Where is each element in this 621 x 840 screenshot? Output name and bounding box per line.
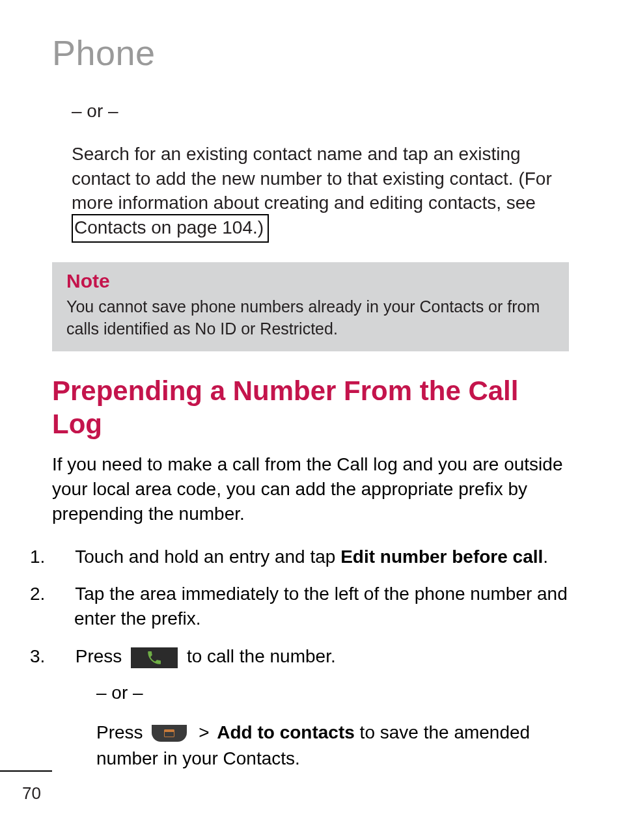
section-heading: Prepending a Number From the Call Log (52, 375, 569, 440)
page-number: 70 (22, 783, 41, 804)
step-3-press: Press > Add to contacts to save the amen… (74, 720, 569, 772)
breadcrumb-separator: > (199, 722, 209, 742)
step-3-press-a: Press (96, 722, 148, 742)
step-2: 2. Tap the area immediately to the left … (52, 582, 569, 631)
step-2-number: 2. (52, 582, 70, 606)
section-intro: If you need to make a call from the Call… (52, 452, 569, 526)
add-to-contacts-label: Add to contacts (217, 722, 355, 742)
chapter-title: Phone (52, 33, 569, 73)
footer-rule (0, 770, 52, 772)
step-3-text-b: to call the number. (182, 646, 336, 666)
call-button-icon (131, 647, 178, 668)
step-1-text-a: Touch and hold an entry and tap (70, 547, 340, 567)
note-box: Note You cannot save phone numbers alrea… (52, 262, 569, 352)
note-label: Note (66, 270, 555, 292)
step-3-number: 3. (52, 644, 70, 669)
note-text: You cannot save phone numbers already in… (66, 296, 555, 340)
step-3: 3. Press to call the number. – or – Pres… (52, 644, 569, 772)
steps-list: 1. Touch and hold an entry and tap Edit … (52, 545, 569, 772)
contacts-page-link[interactable]: Contacts on page 104.) (72, 214, 269, 243)
step-1-bold: Edit number before call (340, 547, 543, 567)
continuation-search: Search for an existing contact name and … (52, 142, 569, 243)
step-3-or: – or – (74, 681, 569, 705)
step-3-text-a: Press (70, 646, 127, 666)
continuation-text: Search for an existing contact name and … (72, 144, 552, 213)
step-1-text-b: . (543, 547, 548, 567)
step-2-text: Tap the area immediately to the left of … (70, 584, 568, 629)
continuation-or: – or – (52, 99, 569, 124)
step-1: 1. Touch and hold an entry and tap Edit … (52, 545, 569, 569)
call-icon (146, 649, 163, 666)
step-1-number: 1. (52, 545, 70, 569)
manual-page: Phone – or – Search for an existing cont… (0, 0, 621, 840)
menu-button-icon (152, 725, 187, 742)
